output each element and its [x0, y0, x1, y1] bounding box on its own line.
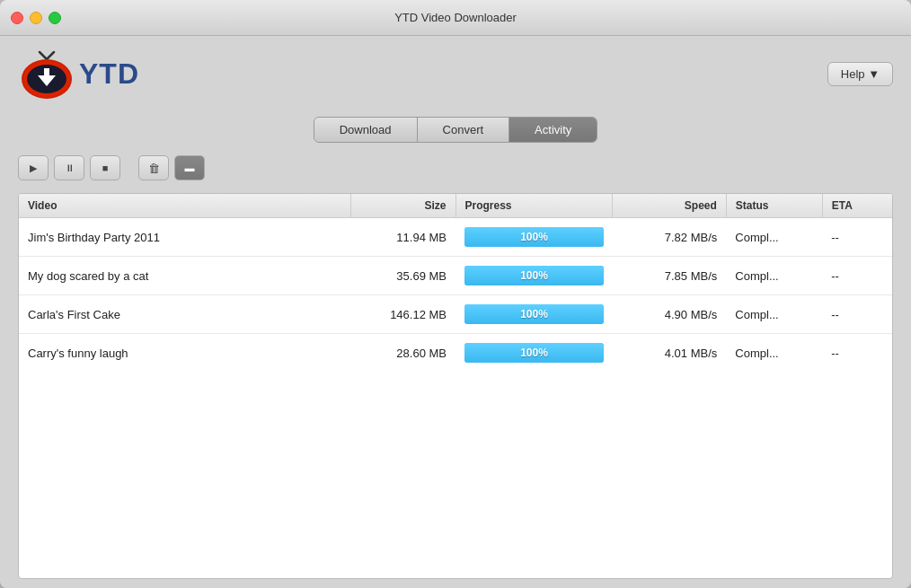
- col-header-video: Video: [19, 194, 350, 218]
- toolbar: ▶ ⏸ ■ 🗑 ▬: [18, 155, 893, 180]
- monitor-icon: ▬: [185, 162, 195, 173]
- cell-size-0: 11.94 MB: [350, 218, 456, 257]
- cell-eta-2: --: [822, 295, 892, 334]
- tab-container: Download Convert Activity: [314, 117, 598, 143]
- progress-bar-1: 100%: [464, 266, 604, 285]
- logo-area: YTD: [18, 45, 139, 102]
- progress-bar-2: 100%: [464, 304, 604, 324]
- pause-icon: ⏸: [65, 162, 75, 173]
- progress-text-0: 100%: [520, 231, 548, 243]
- stop-button[interactable]: ■: [90, 155, 120, 180]
- trash-icon: 🗑: [148, 162, 160, 175]
- tab-activity[interactable]: Activity: [509, 118, 597, 142]
- cell-status-3: Compl...: [726, 334, 822, 373]
- cell-progress-0: 100%: [456, 218, 613, 257]
- maximize-button[interactable]: [49, 12, 61, 24]
- progress-fill-3: 100%: [464, 343, 604, 363]
- col-header-progress: Progress: [456, 194, 613, 218]
- header-row: YTD Help ▼: [18, 45, 893, 102]
- stop-icon: ■: [102, 162, 109, 173]
- pause-button[interactable]: ⏸: [54, 155, 84, 180]
- cell-progress-2: 100%: [456, 295, 613, 334]
- window-title: YTD Video Downloader: [394, 11, 517, 24]
- col-header-size: Size: [350, 194, 456, 218]
- cell-speed-0: 7.82 MB/s: [613, 218, 726, 257]
- main-window: YTD Video Downloader: [0, 0, 911, 588]
- title-bar: YTD Video Downloader: [0, 0, 911, 36]
- cell-video-3: Carry's funny laugh: [19, 334, 350, 373]
- progress-bar-3: 100%: [464, 343, 604, 363]
- cell-eta-3: --: [822, 334, 892, 373]
- traffic-lights: [11, 12, 61, 24]
- activity-table: Video Size Progress Speed Status ETA Jim…: [19, 194, 892, 372]
- tab-download[interactable]: Download: [314, 118, 418, 142]
- col-header-eta: ETA: [822, 194, 892, 218]
- tab-convert[interactable]: Convert: [418, 118, 510, 142]
- table-row[interactable]: Carla's First Cake 146.12 MB 100% 4.90 M…: [19, 295, 892, 334]
- table-header-row: Video Size Progress Speed Status ETA: [19, 194, 892, 218]
- play-button[interactable]: ▶: [18, 155, 49, 180]
- cell-speed-1: 7.85 MB/s: [613, 257, 726, 295]
- col-header-status: Status: [726, 194, 822, 218]
- help-button[interactable]: Help ▼: [827, 62, 893, 86]
- cell-status-1: Compl...: [726, 257, 822, 295]
- cell-size-2: 146.12 MB: [350, 295, 456, 334]
- cell-size-1: 35.69 MB: [350, 257, 456, 295]
- cell-video-1: My dog scared by a cat: [19, 257, 350, 295]
- progress-text-3: 100%: [520, 347, 548, 359]
- main-content: YTD Help ▼ Download Convert Activity ▶ ⏸…: [0, 36, 911, 588]
- play-icon: ▶: [30, 162, 37, 174]
- close-button[interactable]: [11, 12, 23, 24]
- logo-text: YTD: [79, 57, 139, 91]
- cell-speed-2: 4.90 MB/s: [613, 295, 726, 334]
- progress-bar-0: 100%: [464, 227, 604, 247]
- table-container: Video Size Progress Speed Status ETA Jim…: [18, 193, 893, 579]
- view-button[interactable]: ▬: [174, 155, 205, 180]
- minimize-button[interactable]: [30, 12, 42, 24]
- progress-text-1: 100%: [520, 269, 548, 282]
- delete-button[interactable]: 🗑: [138, 155, 169, 180]
- cell-eta-1: --: [822, 257, 892, 295]
- table-row[interactable]: My dog scared by a cat 35.69 MB 100% 7.8…: [19, 257, 892, 295]
- cell-progress-3: 100%: [456, 334, 613, 373]
- cell-status-2: Compl...: [726, 295, 822, 334]
- cell-speed-3: 4.01 MB/s: [613, 334, 726, 373]
- ytd-logo-icon: [18, 45, 75, 102]
- table-row[interactable]: Jim's Birthday Party 2011 11.94 MB 100% …: [19, 218, 892, 257]
- progress-text-2: 100%: [520, 308, 548, 320]
- cell-size-3: 28.60 MB: [350, 334, 456, 373]
- cell-video-2: Carla's First Cake: [19, 295, 350, 334]
- progress-fill-2: 100%: [464, 304, 604, 324]
- col-header-speed: Speed: [613, 194, 726, 218]
- table-row[interactable]: Carry's funny laugh 28.60 MB 100% 4.01 M…: [19, 334, 892, 373]
- cell-eta-0: --: [822, 218, 892, 257]
- tabs-row: Download Convert Activity: [18, 117, 893, 143]
- cell-progress-1: 100%: [456, 257, 613, 295]
- progress-fill-0: 100%: [464, 227, 604, 247]
- svg-line-1: [47, 52, 54, 59]
- svg-line-0: [40, 52, 47, 59]
- svg-rect-6: [44, 68, 49, 77]
- cell-video-0: Jim's Birthday Party 2011: [19, 218, 350, 257]
- progress-fill-1: 100%: [464, 266, 604, 285]
- cell-status-0: Compl...: [726, 218, 822, 257]
